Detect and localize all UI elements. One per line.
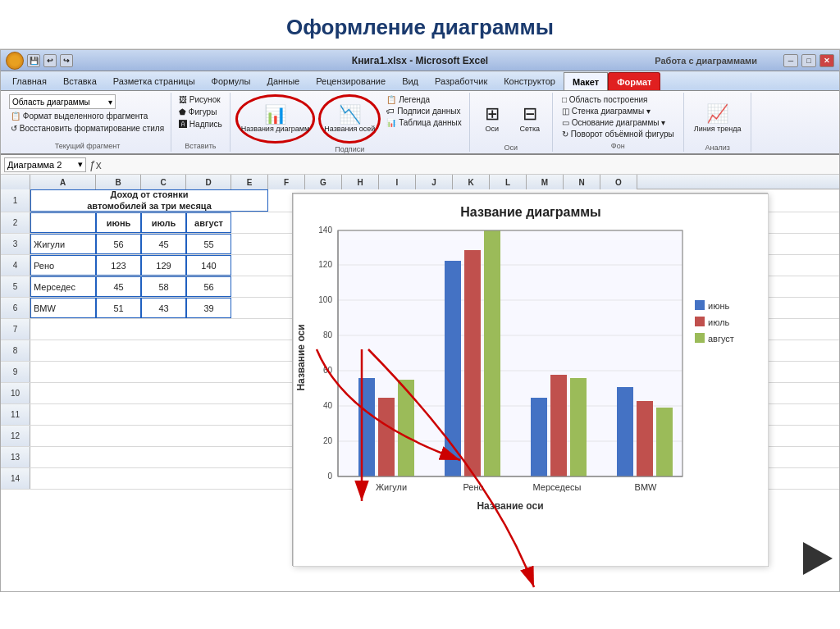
quick-undo-btn[interactable]: ↩ (43, 54, 57, 67)
tab-data[interactable]: Данные (258, 72, 308, 90)
chart-wall-btn[interactable]: ◫ Стенка диаграммы ▾ (559, 106, 653, 116)
tab-layout[interactable]: Макет (564, 72, 608, 90)
tab-design[interactable]: Конструктор (495, 72, 564, 90)
format-selection-btn[interactable]: 📋 Формат выделенного фрагмента (9, 111, 149, 121)
cell-C5[interactable]: 58 (141, 276, 186, 297)
cell-D4[interactable]: 140 (186, 255, 231, 276)
data-labels-btn[interactable]: 🏷 Подписи данных (384, 106, 463, 116)
excel-window: 💾 ↩ ↪ Книга1.xlsx - Microsoft Excel Рабо… (0, 49, 840, 592)
cell-A5[interactable]: Мерседес (30, 276, 96, 297)
office-button[interactable] (6, 52, 24, 70)
cell-D2[interactable]: август (186, 212, 231, 233)
ribbon-tabs: Главная Вставка Разметка страницы Формул… (1, 71, 839, 91)
col-header-I: I (379, 175, 416, 189)
svg-text:140: 140 (318, 226, 332, 235)
cell-A6[interactable]: BMW (30, 298, 96, 318)
formula-bar: Диаграмма 2 ▾ ƒx (1, 155, 839, 175)
col-header-O: O (600, 175, 637, 189)
tab-page-layout[interactable]: Разметка страницы (105, 72, 203, 90)
cell-C2[interactable]: июль (141, 212, 186, 233)
cell-C3[interactable]: 45 (141, 234, 186, 254)
svg-rect-30 (637, 401, 653, 476)
ribbon-group-labels: 📊 Названия диаграмм 📉 Названия осей 📋 Ле… (231, 93, 470, 152)
cell-C6[interactable]: 43 (141, 298, 186, 318)
svg-text:июнь: июнь (708, 301, 729, 311)
svg-rect-21 (378, 398, 395, 476)
axes-title-btn[interactable]: 📉 Названия осей (318, 94, 381, 144)
svg-text:120: 120 (318, 260, 332, 269)
cell-A2[interactable] (30, 212, 96, 233)
cell-B4[interactable]: 123 (96, 255, 141, 276)
cell-D5[interactable]: 56 (186, 276, 231, 297)
svg-text:20: 20 (323, 436, 333, 445)
svg-rect-27 (550, 375, 567, 476)
tab-insert[interactable]: Вставка (55, 72, 105, 90)
chart-floor-btn[interactable]: ▭ Основание диаграммы ▾ (559, 117, 668, 128)
trendline-icon: 📈 (706, 103, 728, 125)
next-arrow-button[interactable] (803, 542, 833, 575)
svg-rect-38 (695, 300, 705, 310)
svg-text:0: 0 (327, 472, 332, 481)
cell-B2[interactable]: июнь (96, 212, 141, 233)
chart-container[interactable]: Название диаграммы 0 20 (292, 193, 768, 566)
minimize-button[interactable]: ─ (783, 54, 798, 67)
svg-text:Рено: Рено (463, 482, 483, 492)
group-labels-label: Подписи (335, 144, 364, 153)
gridlines-icon: ⊟ (523, 103, 537, 125)
tab-home[interactable]: Главная (4, 72, 55, 90)
svg-rect-42 (695, 333, 705, 343)
formula-input[interactable] (105, 157, 836, 172)
text-btn[interactable]: 🅰 Надпись (176, 119, 225, 130)
col-header-H: H (342, 175, 379, 189)
svg-text:40: 40 (323, 401, 333, 410)
cell-C4[interactable]: 129 (141, 255, 186, 276)
ribbon-group-axes: ⊞ Оси ⊟ Сетка Оси (470, 93, 553, 152)
cell-A3[interactable]: Жигули (30, 234, 96, 254)
tab-view[interactable]: Вид (394, 72, 427, 90)
cell-D6[interactable]: 39 (186, 298, 231, 318)
restore-style-btn[interactable]: ↺ Восстановить форматирование стиля (9, 123, 166, 134)
chart-area-dropdown[interactable]: Область диаграммы ▾ (9, 94, 116, 109)
svg-rect-40 (695, 317, 705, 326)
data-table-btn[interactable]: 📊 Таблица данных (384, 117, 463, 128)
col-header-D: D (186, 175, 231, 189)
tab-review[interactable]: Рецензирование (308, 72, 394, 90)
cell-A4[interactable]: Рено (30, 255, 96, 276)
shapes-btn[interactable]: ⬟ Фигуры (176, 107, 219, 117)
picture-btn[interactable]: 🖼 Рисунок (176, 94, 223, 105)
rotation-btn[interactable]: ↻ Поворот объёмной фигуры (559, 129, 677, 139)
axes-btn[interactable]: ⊞ Оси (475, 94, 509, 142)
cell-A1[interactable]: Доход от стоянки автомобилей за три меся… (30, 189, 268, 212)
tab-developer[interactable]: Разработчик (427, 72, 495, 90)
plot-area-btn[interactable]: □ Область построения (559, 94, 651, 105)
tab-formulas[interactable]: Формулы (203, 72, 259, 90)
title-bar-left: 💾 ↩ ↪ (6, 52, 73, 70)
cell-B6[interactable]: 51 (96, 298, 141, 318)
name-box-arrow: ▾ (78, 159, 83, 170)
name-box[interactable]: Диаграмма 2 ▾ (4, 157, 86, 172)
svg-text:Мерседесы: Мерседесы (533, 482, 582, 492)
excel-title: Книга1.xlsx - Microsoft Excel (352, 55, 488, 66)
maximize-button[interactable]: □ (801, 54, 816, 67)
col-header-M: M (527, 175, 564, 189)
legend-btn[interactable]: 📋 Легенда (384, 94, 463, 105)
col-header-G: G (305, 175, 342, 189)
title-bar-controls: ─ □ ✕ (783, 54, 834, 67)
column-headers: A B C D E F G H I J K L M N O (1, 175, 839, 189)
quick-redo-btn[interactable]: ↪ (60, 54, 73, 67)
dropdown-arrow-icon: ▾ (108, 98, 112, 107)
gridlines-btn[interactable]: ⊟ Сетка (513, 94, 547, 142)
col-header-A: A (30, 175, 96, 189)
cell-B5[interactable]: 45 (96, 276, 141, 297)
cell-D3[interactable]: 55 (186, 234, 231, 254)
tab-format[interactable]: Формат (608, 72, 660, 90)
svg-rect-24 (464, 250, 481, 476)
cell-B3[interactable]: 56 (96, 234, 141, 254)
excel-title-bar: 💾 ↩ ↪ Книга1.xlsx - Microsoft Excel Рабо… (1, 50, 839, 71)
close-button[interactable]: ✕ (819, 54, 834, 67)
svg-rect-25 (484, 230, 500, 476)
quick-save-btn[interactable]: 💾 (27, 54, 40, 67)
chart-title-btn[interactable]: 📊 Названия диаграмм (235, 94, 316, 144)
svg-text:июль: июль (708, 317, 730, 327)
trendline-btn[interactable]: 📈 Линия тренда (689, 94, 746, 142)
